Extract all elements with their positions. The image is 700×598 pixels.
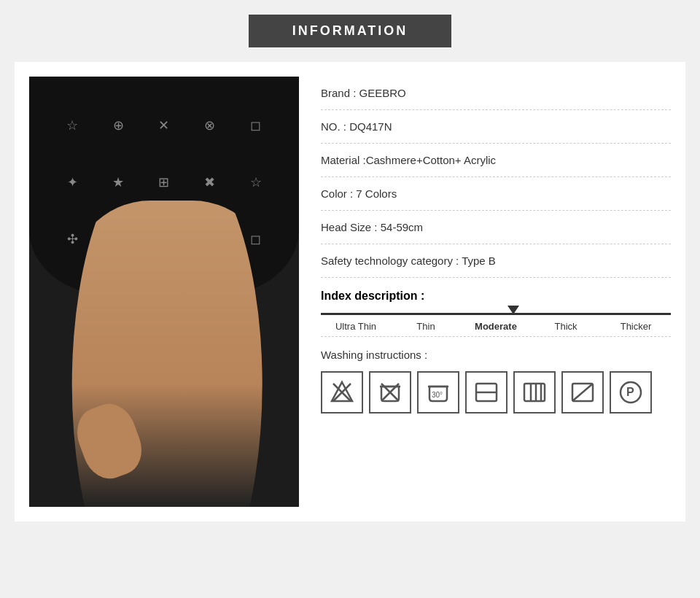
svg-text:30°: 30°	[432, 391, 443, 399]
page-wrapper: INFORMATION ☆ ⊕ ✕ ⊗ ◻ ✦ ★ ⊞ ✖ ☆ ✣	[0, 0, 700, 543]
no-wash-icon	[369, 371, 411, 413]
flat-dry-icon	[465, 371, 508, 413]
vertical-dry-svg	[521, 379, 548, 405]
label-thin: Thin	[391, 321, 461, 332]
temp-wash-icon: 30°	[417, 371, 459, 413]
info-title: INFORMATION	[249, 15, 452, 47]
thickness-labels: Ultra Thin Thin Moderate Thick Thicker	[321, 321, 671, 332]
head-size-row: Head Size : 54-59cm	[321, 211, 671, 244]
safety-row: Safety technology category : Type B	[321, 244, 671, 278]
label-moderate: Moderate	[461, 321, 531, 332]
pattern-item: ◻	[234, 98, 277, 152]
temp-wash-svg: 30°	[425, 379, 451, 405]
dry-clean-svg: P	[618, 379, 644, 405]
no-bleach-icon	[321, 371, 363, 413]
svg-text:P: P	[626, 386, 634, 398]
label-thick: Thick	[531, 321, 601, 332]
pattern-item: ✕	[143, 98, 186, 152]
product-image-container: ☆ ⊕ ✕ ⊗ ◻ ✦ ★ ⊞ ✖ ☆ ✣ ⊕ ★ ✕ ◻	[29, 77, 299, 507]
no-row: NO. : DQ417N	[321, 110, 671, 144]
label-thicker: Thicker	[601, 321, 671, 332]
diagonal-svg	[569, 379, 596, 405]
label-ultra-thin: Ultra Thin	[321, 321, 391, 332]
flat-dry-svg	[473, 379, 499, 405]
washing-title: Washing instructions :	[321, 349, 671, 361]
pattern-item: ⊕	[97, 98, 140, 152]
material-row: Material :Cashmere+Cotton+ Acrylic	[321, 144, 671, 177]
pattern-item: ★	[97, 155, 140, 209]
thickness-bar-container	[321, 313, 671, 315]
index-title: Index description :	[321, 290, 671, 303]
pattern-item: ⊗	[188, 98, 231, 152]
washing-icons: 30°	[321, 371, 671, 413]
product-image: ☆ ⊕ ✕ ⊗ ◻ ✦ ★ ⊞ ✖ ☆ ✣ ⊕ ★ ✕ ◻	[29, 77, 299, 507]
color-row: Color : 7 Colors	[321, 177, 671, 211]
dry-clean-icon: P	[610, 371, 652, 413]
index-section: Index description : Ultra Thin Thin Mode…	[321, 278, 671, 332]
pattern-item: ☆	[234, 155, 277, 209]
washing-section: Washing instructions :	[321, 336, 671, 413]
svg-line-13	[572, 384, 593, 401]
vertical-dry-icon	[513, 371, 556, 413]
header-section: INFORMATION	[0, 15, 700, 47]
no-bleach-svg	[329, 379, 355, 405]
pattern-item: ✦	[51, 155, 94, 209]
pattern-item: ☆	[51, 98, 94, 152]
diagonal-icon	[561, 371, 604, 413]
thickness-indicator	[508, 306, 519, 314]
content-section: ☆ ⊕ ✕ ⊗ ◻ ✦ ★ ⊞ ✖ ☆ ✣ ⊕ ★ ✕ ◻	[15, 62, 685, 521]
info-panel: Brand : GEEBRO NO. : DQ417N Material :Ca…	[321, 77, 671, 507]
no-wash-svg	[377, 379, 403, 405]
thickness-bar	[321, 313, 671, 315]
brand-row: Brand : GEEBRO	[321, 77, 671, 110]
